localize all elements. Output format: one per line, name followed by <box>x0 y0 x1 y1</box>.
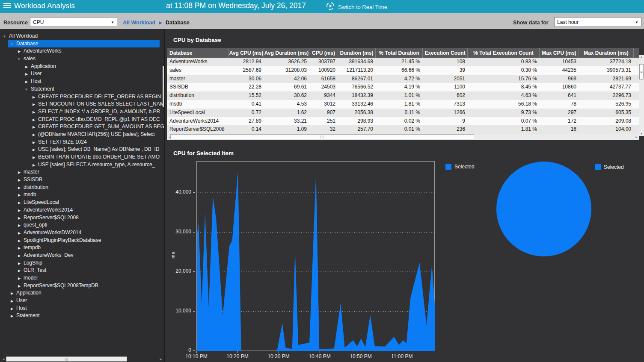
collapsed-arrow-icon[interactable]: ▶ <box>18 184 24 191</box>
expanded-arrow-icon[interactable]: ▾ <box>3 33 9 40</box>
expanded-arrow-icon[interactable]: ▾ <box>11 41 16 48</box>
tree-item[interactable]: ▶LiteSpeedLocal <box>0 199 164 206</box>
tree-item[interactable]: ▶CREATE PROCEDURE GET_SUM_AMOUNT AS BEG <box>0 123 164 131</box>
column-header[interactable]: Execution Count <box>422 48 467 58</box>
collapsed-arrow-icon[interactable]: ▶ <box>11 312 16 320</box>
column-header[interactable]: % Total Execution Count <box>467 48 539 58</box>
collapsed-arrow-icon[interactable]: ▶ <box>18 199 24 206</box>
resource-dropdown[interactable]: CPU ▼ <box>30 17 117 27</box>
table-row[interactable]: msdb0.414.53301233132.461.81 %731356.18 … <box>167 100 639 109</box>
table-vscrollbar-thumb[interactable]: ≡ <box>639 64 644 79</box>
tree-item[interactable]: ▾Database <box>8 40 160 48</box>
tree-item[interactable]: ▶Host <box>0 305 164 312</box>
tree-item[interactable]: ▶AdventureWorksDW2014 <box>0 229 164 237</box>
scroll-right-icon[interactable]: ► <box>159 357 163 361</box>
collapsed-arrow-icon[interactable]: ▶ <box>18 275 24 282</box>
tree-item[interactable]: ▶model <box>0 274 164 282</box>
tree-item[interactable]: ▶SELECT /* INDEX */ a.ORDER_ID, a.AMOUNT… <box>0 108 164 116</box>
tree-item[interactable]: ▶ReportServer$SQL2008TempDB <box>0 282 164 290</box>
tree-item[interactable]: ▶Application <box>0 63 164 71</box>
menu-icon[interactable] <box>3 3 11 10</box>
table-row[interactable]: distribution15.5230.62934418432.391.01 %… <box>167 91 639 100</box>
column-header[interactable]: % Total Duration <box>375 48 422 58</box>
tree-item[interactable]: ▶USE [sales]; Select DB_Name() As DBName… <box>0 146 164 153</box>
tree-item[interactable]: ▾Statement <box>0 85 164 93</box>
tree-item[interactable]: ▶tempdb <box>0 244 164 252</box>
column-header[interactable]: Max Duration (ms) <box>579 48 633 58</box>
expanded-arrow-icon[interactable]: ▾ <box>25 86 31 93</box>
tree-item[interactable]: ▶(@DBName NVARCHAR(256)) USE [sales]; Se… <box>0 131 164 138</box>
tree-item[interactable]: ▶CREATE PROC dbo.DEMO_REPL @p1 INT AS DE… <box>0 116 164 124</box>
tree-item[interactable]: ▶AdventureWorks_Dev <box>0 252 164 259</box>
collapsed-arrow-icon[interactable]: ▶ <box>18 283 24 290</box>
tree-item[interactable]: ▶ReportServer$SQL2008 <box>0 214 164 222</box>
table-vertical-scrollbar[interactable]: ▲ ≡ ▼ <box>639 55 644 136</box>
collapsed-arrow-icon[interactable]: ▶ <box>33 146 38 153</box>
column-header[interactable]: Database <box>167 48 229 58</box>
switch-to-real-time-button[interactable]: Switch to Real Time <box>326 1 387 12</box>
column-header[interactable]: Avg CPU (ms) <box>229 48 264 58</box>
tree-item[interactable]: ▶SSISDB <box>0 176 164 184</box>
tree-item[interactable]: ▶msdb <box>0 191 164 199</box>
tree-item[interactable]: ▶Statement <box>0 312 164 320</box>
table-row[interactable]: AdventureWorks2812.943626.25303797391634… <box>167 58 639 66</box>
collapsed-arrow-icon[interactable]: ▶ <box>11 290 16 297</box>
collapsed-arrow-icon[interactable]: ▶ <box>18 267 24 274</box>
column-header[interactable]: Avg Duration (ms) <box>264 48 309 58</box>
scroll-right-icon[interactable]: ► <box>635 135 638 138</box>
collapsed-arrow-icon[interactable]: ▶ <box>18 260 24 267</box>
column-header[interactable]: Max CPU (ms) <box>539 48 579 58</box>
collapsed-arrow-icon[interactable]: ▶ <box>25 63 31 71</box>
tree-item[interactable]: ▶SpotlightPluginPlayBackDatabase <box>0 237 164 244</box>
collapsed-arrow-icon[interactable]: ▶ <box>33 154 38 161</box>
collapsed-arrow-icon[interactable]: ▶ <box>11 305 16 312</box>
collapsed-arrow-icon[interactable]: ▶ <box>33 162 38 169</box>
collapsed-arrow-icon[interactable]: ▶ <box>18 215 24 222</box>
collapsed-arrow-icon[interactable]: ▶ <box>18 222 24 229</box>
table-row[interactable]: master30.0642.066165886267.014.72 %20511… <box>167 75 639 83</box>
scroll-left-icon[interactable]: ◄ <box>2 357 5 361</box>
tree-item[interactable]: ▶SET NOCOUNT ON USE SALES SELECT LAST_NA… <box>0 100 164 108</box>
collapsed-arrow-icon[interactable]: ▶ <box>18 169 24 176</box>
cpu-pie-chart[interactable] <box>496 161 592 257</box>
collapsed-arrow-icon[interactable]: ▶ <box>33 109 38 116</box>
collapsed-arrow-icon[interactable]: ▶ <box>18 177 24 184</box>
collapsed-arrow-icon[interactable]: ▶ <box>33 131 38 138</box>
scroll-up-icon[interactable]: ▲ <box>640 56 643 58</box>
cpu-area-chart[interactable] <box>196 161 435 350</box>
table-row[interactable]: SSISDB22.2869.612450376566.524.19 %11008… <box>167 83 639 91</box>
collapsed-arrow-icon[interactable]: ▶ <box>18 237 24 244</box>
tree-item[interactable]: ▶AdventureWorks2014 <box>0 206 164 214</box>
collapsed-arrow-icon[interactable]: ▶ <box>25 71 31 78</box>
expanded-arrow-icon[interactable]: ▾ <box>18 56 24 63</box>
collapsed-arrow-icon[interactable]: ▶ <box>18 48 24 55</box>
tree-item[interactable]: ▶SET TEXTSIZE 1024 <box>0 138 164 146</box>
column-header[interactable]: Duration (ms) <box>338 48 375 58</box>
column-header[interactable]: CPU (ms) <box>309 48 338 58</box>
tree-item[interactable]: ▶LogShip <box>0 259 164 267</box>
collapsed-arrow-icon[interactable]: ▶ <box>18 252 24 259</box>
collapsed-arrow-icon[interactable]: ▶ <box>18 191 24 199</box>
breadcrumb-all-workload[interactable]: All Workload <box>123 20 155 26</box>
show-data-for-dropdown[interactable]: Last hour ▼ <box>554 17 641 27</box>
tree-item[interactable]: ▶quest_opti <box>0 221 164 229</box>
table-row[interactable]: AdventureWorks201427.8933.21251298.930.0… <box>167 117 639 126</box>
collapsed-arrow-icon[interactable]: ▶ <box>33 124 38 131</box>
table-hscrollbar-thumb[interactable]: ||| <box>170 134 474 139</box>
table-horizontal-scrollbar[interactable]: ◄ ||| ► <box>167 134 639 140</box>
tree-item[interactable]: ▶User <box>0 297 164 305</box>
tree-horizontal-scrollbar[interactable]: ◄ ||| ► <box>0 356 164 362</box>
column-header[interactable]: M <box>633 48 639 58</box>
tree-hscrollbar-thumb[interactable]: ||| <box>6 356 127 362</box>
tree-item[interactable]: ▶Host <box>0 78 164 85</box>
collapsed-arrow-icon[interactable]: ▶ <box>11 297 16 305</box>
table-row[interactable]: ReportServer$SQL20080.141.0932257.700.01… <box>167 125 639 134</box>
scroll-down-icon[interactable]: ▼ <box>640 132 643 135</box>
tree-item[interactable]: ▶OLR_Test <box>0 267 164 274</box>
tree-item[interactable]: ▶master <box>0 168 164 176</box>
tree-item[interactable]: ▾All Workload <box>0 32 164 40</box>
tree-item[interactable]: ▾sales <box>0 55 164 63</box>
collapsed-arrow-icon[interactable]: ▶ <box>33 116 38 124</box>
collapsed-arrow-icon[interactable]: ▶ <box>33 139 38 146</box>
collapsed-arrow-icon[interactable]: ▶ <box>33 101 38 108</box>
